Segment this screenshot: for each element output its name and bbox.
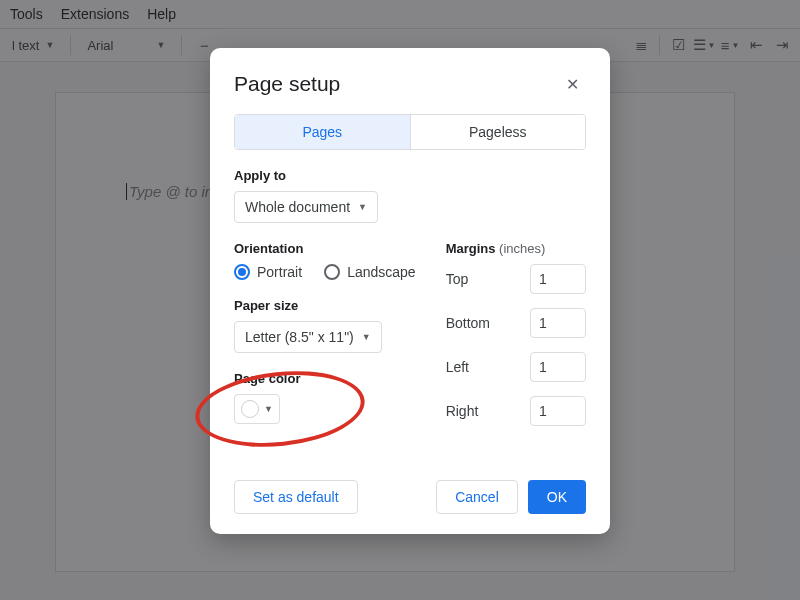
page-color-label: Page color [234, 371, 416, 386]
caret-down-icon: ▼ [358, 202, 367, 212]
caret-down-icon: ▼ [264, 404, 273, 414]
orientation-landscape-label: Landscape [347, 264, 416, 280]
paper-size-dropdown[interactable]: Letter (8.5" x 11") ▼ [234, 321, 382, 353]
orientation-portrait-radio[interactable]: Portrait [234, 264, 302, 280]
margins-label: Margins (inches) [446, 241, 586, 256]
tab-pages[interactable]: Pages [235, 115, 410, 149]
apply-to-value: Whole document [245, 199, 350, 215]
orientation-label: Orientation [234, 241, 416, 256]
page-color-dropdown[interactable]: ▼ [234, 394, 280, 424]
margin-right-input[interactable] [530, 396, 586, 426]
caret-down-icon: ▼ [362, 332, 371, 342]
paper-size-label: Paper size [234, 298, 416, 313]
margin-bottom-input[interactable] [530, 308, 586, 338]
page-color-swatch [241, 400, 259, 418]
ok-button[interactable]: OK [528, 480, 586, 514]
page-setup-dialog: Page setup ✕ Pages Pageless Apply to Who… [210, 48, 610, 534]
margin-left-label: Left [446, 359, 469, 375]
close-icon: ✕ [566, 75, 579, 94]
orientation-portrait-label: Portrait [257, 264, 302, 280]
page-mode-tabs: Pages Pageless [234, 114, 586, 150]
radio-unselected-icon [324, 264, 340, 280]
margins-unit: (inches) [499, 241, 545, 256]
margin-top-input[interactable] [530, 264, 586, 294]
tab-pageless[interactable]: Pageless [410, 115, 586, 149]
paper-size-value: Letter (8.5" x 11") [245, 329, 354, 345]
orientation-landscape-radio[interactable]: Landscape [324, 264, 416, 280]
margin-top-label: Top [446, 271, 469, 287]
margin-left-input[interactable] [530, 352, 586, 382]
radio-selected-icon [234, 264, 250, 280]
dialog-title: Page setup [234, 72, 340, 96]
close-button[interactable]: ✕ [558, 70, 586, 98]
margins-label-text: Margins [446, 241, 496, 256]
margin-bottom-label: Bottom [446, 315, 490, 331]
margin-right-label: Right [446, 403, 479, 419]
set-as-default-button[interactable]: Set as default [234, 480, 358, 514]
apply-to-label: Apply to [234, 168, 586, 183]
apply-to-dropdown[interactable]: Whole document ▼ [234, 191, 378, 223]
cancel-button[interactable]: Cancel [436, 480, 518, 514]
